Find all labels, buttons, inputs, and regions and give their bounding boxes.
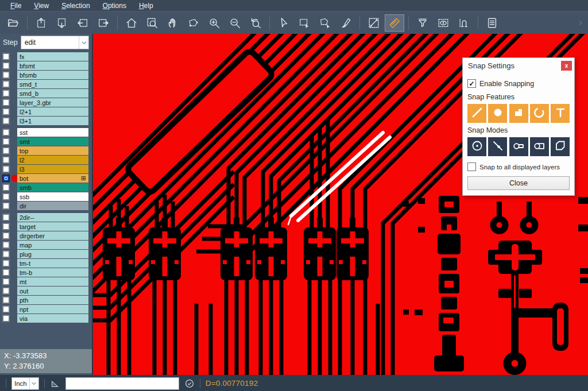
- layer-visibility-checkbox[interactable]: [2, 117, 10, 125]
- layer-cell[interactable]: ssb: [17, 192, 88, 201]
- clean-button[interactable]: [336, 14, 355, 32]
- layer-grid-icon[interactable]: ⊞: [81, 175, 86, 181]
- layer-visibility-checkbox[interactable]: [2, 232, 10, 239]
- measure-points-button[interactable]: [364, 14, 384, 32]
- layer-visibility-checkbox[interactable]: [2, 156, 10, 164]
- layer-cell[interactable]: sst: [17, 128, 88, 137]
- layer-visibility-checkbox[interactable]: [2, 80, 10, 88]
- layer-cell[interactable]: bot⊞: [17, 174, 88, 183]
- layer-cell[interactable]: target: [17, 222, 88, 231]
- layer-visibility-checkbox[interactable]: [2, 241, 10, 249]
- measure-ruler-button[interactable]: [385, 14, 404, 32]
- pan-up-button[interactable]: [32, 14, 51, 32]
- layer-visibility-checkbox[interactable]: [2, 138, 10, 145]
- layer-visibility-checkbox[interactable]: [2, 62, 10, 69]
- snap-mode-profile-button[interactable]: [551, 137, 570, 156]
- close-button[interactable]: Close: [467, 176, 570, 190]
- layer-cell[interactable]: layer_3.gbr: [17, 98, 88, 107]
- layer-cell[interactable]: bfsmt: [17, 61, 88, 70]
- layer-visibility-checkbox[interactable]: [2, 147, 10, 154]
- layer-visibility-checkbox[interactable]: [2, 278, 10, 285]
- layer-cell[interactable]: top: [17, 146, 88, 155]
- layer-cell[interactable]: out: [17, 287, 88, 295]
- layer-visibility-checkbox[interactable]: [2, 184, 10, 191]
- layer-cell[interactable]: tm-b: [17, 268, 88, 277]
- menu-view[interactable]: View: [28, 1, 55, 10]
- layer-cell[interactable]: fx: [17, 52, 88, 61]
- layer-cell[interactable]: smt: [17, 137, 88, 146]
- open-button[interactable]: [3, 14, 23, 32]
- layer-cell[interactable]: mt: [17, 277, 88, 286]
- snap-mode-slot-horizontal-button[interactable]: [509, 137, 528, 156]
- all-layers-checkbox[interactable]: [467, 162, 476, 171]
- zoom-in-button[interactable]: [204, 14, 224, 32]
- layer-visibility-checkbox[interactable]: [2, 296, 10, 304]
- snap-feature-text-button[interactable]: [551, 104, 570, 123]
- layer-visibility-checkbox[interactable]: [2, 260, 10, 267]
- layer-cell[interactable]: bfsmb: [17, 71, 88, 79]
- toolbar-overflow-chevron-icon[interactable]: [577, 19, 585, 27]
- snap-mode-center-button[interactable]: [467, 137, 486, 156]
- layer-cell[interactable]: dir: [17, 202, 88, 210]
- layer-visibility-checkbox[interactable]: [2, 287, 10, 295]
- layer-visibility-checkbox[interactable]: [2, 165, 10, 173]
- layer-cell[interactable]: smd_t: [17, 80, 88, 88]
- report-button[interactable]: [482, 14, 502, 32]
- layer-visibility-checkbox[interactable]: [2, 214, 10, 221]
- layer-visibility-checkbox[interactable]: [2, 193, 10, 200]
- zoom-previous-button[interactable]: [246, 14, 265, 32]
- layer-cell[interactable]: smd_b: [17, 89, 88, 98]
- layer-cell[interactable]: via: [17, 314, 88, 323]
- pan-hand-button[interactable]: [163, 14, 183, 32]
- layer-cell[interactable]: dirgerber: [17, 231, 88, 240]
- layer-cell[interactable]: plug: [17, 250, 88, 258]
- layer-visibility-checkbox[interactable]: [2, 175, 10, 182]
- layer-cell[interactable]: l2: [17, 156, 88, 164]
- layer-visibility-checkbox[interactable]: [2, 108, 10, 115]
- layer-cell[interactable]: npt: [17, 305, 88, 313]
- layer-visibility-checkbox[interactable]: [2, 269, 10, 276]
- layer-cell[interactable]: 2dir--: [17, 213, 88, 222]
- layer-cell[interactable]: l3+1: [17, 117, 88, 125]
- menu-selection[interactable]: Selection: [56, 1, 95, 10]
- snap-feature-arc-button[interactable]: [530, 104, 549, 123]
- confirm-icon[interactable]: [184, 378, 195, 389]
- layer-visibility-checkbox[interactable]: [2, 53, 10, 60]
- dialog-titlebar[interactable]: Snap Settings x: [463, 58, 574, 72]
- layer-cell[interactable]: pth: [17, 296, 88, 304]
- unit-select[interactable]: Inch: [11, 377, 39, 390]
- menu-help[interactable]: Help: [133, 1, 159, 10]
- home-view-button[interactable]: [122, 14, 141, 32]
- layer-visibility-checkbox[interactable]: [2, 315, 10, 322]
- measure-input[interactable]: [65, 377, 179, 390]
- pan-right-button[interactable]: [94, 14, 113, 32]
- enable-snapping-checkbox[interactable]: ✓: [467, 79, 476, 88]
- select-polygon-button[interactable]: [315, 14, 335, 32]
- layer-cell[interactable]: map: [17, 241, 88, 249]
- layer-visibility-checkbox[interactable]: [2, 71, 10, 79]
- layer-visibility-checkbox[interactable]: [2, 202, 10, 210]
- layer-visibility-checkbox[interactable]: [2, 129, 10, 136]
- snap-mode-slot-vertical-button[interactable]: [530, 137, 549, 156]
- step-select[interactable]: edit: [21, 36, 89, 49]
- select-button[interactable]: [274, 14, 293, 32]
- visibility-button[interactable]: [434, 14, 453, 32]
- dialog-close-button[interactable]: x: [561, 61, 572, 71]
- zoom-area-button[interactable]: [142, 14, 162, 32]
- pan-down-button[interactable]: [52, 14, 72, 32]
- snap-mode-point-on-line-button[interactable]: [488, 137, 507, 156]
- snap-settings-button[interactable]: [454, 14, 474, 32]
- layer-visibility-checkbox[interactable]: [2, 305, 10, 313]
- pan-left-button[interactable]: [73, 14, 92, 32]
- layer-cell[interactable]: l3: [17, 165, 88, 173]
- layer-visibility-checkbox[interactable]: [2, 99, 10, 106]
- zoom-selection-button[interactable]: [184, 14, 203, 32]
- menu-file[interactable]: File: [5, 1, 27, 10]
- zoom-out-button[interactable]: [225, 14, 245, 32]
- layer-visibility-checkbox[interactable]: [2, 223, 10, 230]
- snap-feature-pad-button[interactable]: [488, 104, 507, 123]
- filter-button[interactable]: [413, 14, 432, 32]
- snap-feature-line-button[interactable]: [467, 104, 486, 123]
- layer-cell[interactable]: tm-t: [17, 259, 88, 268]
- menu-options[interactable]: Options: [97, 1, 132, 10]
